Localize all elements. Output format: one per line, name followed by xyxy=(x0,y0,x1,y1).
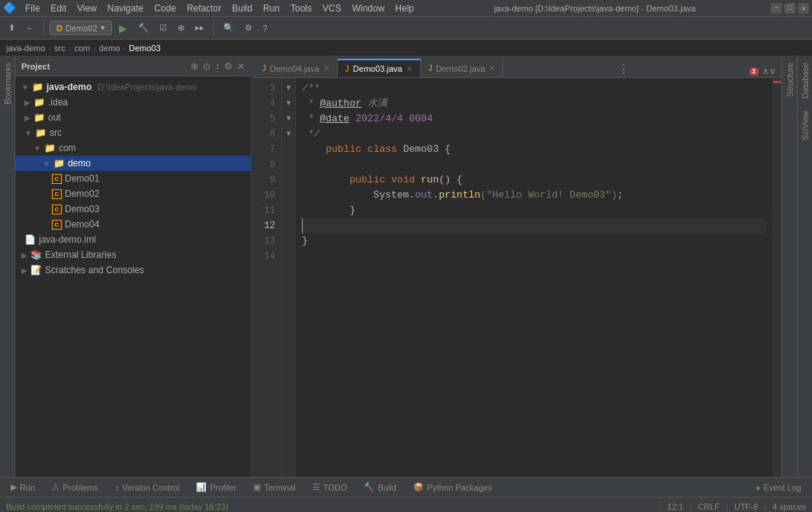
maximize-button[interactable]: □ xyxy=(785,3,795,14)
tabs-more-button[interactable]: ⋮ xyxy=(611,62,636,77)
tree-item-idea[interactable]: ▶ 📁 .idea xyxy=(15,95,251,110)
bottom-tab-build[interactable]: 🔨 Build xyxy=(356,480,403,494)
tree-item-src[interactable]: ▼ 📁 src xyxy=(15,125,251,140)
profile-button[interactable]: ⊕ xyxy=(174,21,188,34)
menu-run[interactable]: Run xyxy=(258,2,284,15)
database-panel-toggle[interactable]: Database xyxy=(799,56,811,105)
main-content: Bookmarks Project ⊕ ⊙ ↕ ⚙ ✕ ▼ 📁 java-dem… xyxy=(0,56,812,477)
tree-item-demo[interactable]: ▼ 📁 demo xyxy=(15,156,251,171)
menu-tools[interactable]: Tools xyxy=(286,2,316,15)
menu-build[interactable]: Build xyxy=(227,2,257,15)
bc-demo[interactable]: demo xyxy=(99,43,120,53)
bottom-tab-problems[interactable]: ⚠ Problems xyxy=(44,480,105,494)
build-button[interactable]: 🔨 xyxy=(134,21,152,34)
menu-vcs[interactable]: VCS xyxy=(318,2,346,15)
ext-libs-icon: 📚 xyxy=(30,250,42,260)
bottom-tab-vcs[interactable]: ↕ Version Control xyxy=(108,481,188,494)
search-everywhere-button[interactable]: 🔍 xyxy=(220,21,238,34)
bc-project[interactable]: java-demo xyxy=(6,43,45,53)
code-editor[interactable]: /** * @author 水满 * @date 2022/4/4 0004 *… xyxy=(296,78,772,477)
close-project-icon[interactable]: ✕ xyxy=(237,61,245,72)
bc-src[interactable]: src xyxy=(54,43,66,53)
fold-marker-9[interactable]: ▼ xyxy=(282,111,295,127)
bc-com[interactable]: com xyxy=(74,43,90,53)
alerts-up-icon[interactable]: ∧ xyxy=(763,66,769,77)
demo01-class-icon: C xyxy=(52,174,62,184)
cursor-position[interactable]: 12:1 xyxy=(667,502,683,511)
add-to-project-icon[interactable]: ⊕ xyxy=(191,61,198,72)
bottom-tab-terminal[interactable]: ▣ Terminal xyxy=(246,480,303,494)
menu-file[interactable]: File xyxy=(21,2,44,15)
coverage-icon: ☑ xyxy=(159,23,167,33)
build-tab-label: Build xyxy=(377,483,396,492)
menu-view[interactable]: View xyxy=(72,2,101,15)
code-annotation-author: @author xyxy=(319,96,361,111)
tab-demo04-icon: J xyxy=(262,64,266,72)
tree-item-demo02[interactable]: C Demo02 xyxy=(15,186,251,201)
structure-panel-toggle[interactable]: Structure xyxy=(784,56,796,103)
bottom-tab-todo[interactable]: ☰ TODO xyxy=(305,480,355,494)
bottom-tab-run[interactable]: ▶ Run xyxy=(3,480,43,494)
settings-button[interactable]: ⚙ xyxy=(241,21,256,34)
scroll-to-source-icon[interactable]: ⊙ xyxy=(203,61,210,72)
search-icon: 🔍 xyxy=(223,23,234,33)
editor-content[interactable]: 3 4 5 6 7 8 9 10 11 12 13 14 ▼ ▼ xyxy=(252,78,782,477)
tab-demo04[interactable]: J Demo04.java ✕ xyxy=(255,59,338,77)
tree-item-java-demo[interactable]: ▼ 📁 java-demo D:\IdeaProjects\java-demo xyxy=(15,79,251,95)
coverage-button[interactable]: ☑ xyxy=(156,21,171,34)
tree-item-com[interactable]: ▼ 📁 com xyxy=(15,140,251,156)
tree-item-demo03[interactable]: C Demo03 xyxy=(15,201,251,217)
tab-demo03-close[interactable]: ✕ xyxy=(406,65,412,73)
vcs-button[interactable]: ⬆ xyxy=(5,21,19,34)
tree-item-out[interactable]: ▶ 📁 out xyxy=(15,110,251,125)
tree-item-scratches[interactable]: ▶ 📝 Scratches and Consoles xyxy=(15,262,251,278)
tab-demo02[interactable]: J Demo02.java ✕ xyxy=(421,59,504,77)
expand-arrow-demo: ▼ xyxy=(43,159,50,168)
help-button[interactable]: ? xyxy=(259,22,271,34)
close-button[interactable]: ✕ xyxy=(798,3,809,14)
vcs-icon: ⬆ xyxy=(8,23,15,33)
menu-help[interactable]: Help xyxy=(390,2,419,15)
more-run-button[interactable]: ▸▸ xyxy=(191,21,208,34)
error-marker[interactable] xyxy=(773,81,781,83)
project-panel-header: Project ⊕ ⊙ ↕ ⚙ ✕ xyxy=(15,56,251,76)
project-folder-icon: 📁 xyxy=(32,82,43,92)
bottom-tab-python[interactable]: 📦 Python Packages xyxy=(406,480,500,494)
menu-navigate[interactable]: Navigate xyxy=(103,2,148,15)
encoding[interactable]: UTF-8 xyxy=(734,502,758,511)
tab-demo02-close[interactable]: ✕ xyxy=(489,64,495,72)
collapse-all-icon[interactable]: ↕ xyxy=(215,61,220,72)
tree-item-demo04[interactable]: C Demo04 xyxy=(15,217,251,232)
menu-edit[interactable]: Edit xyxy=(46,2,71,15)
tree-item-demo01[interactable]: C Demo01 xyxy=(15,171,251,186)
fold-marker-6[interactable]: ▼ xyxy=(282,96,295,111)
bookmarks-panel-toggle[interactable]: Bookmarks xyxy=(2,56,14,111)
menu-window[interactable]: Window xyxy=(348,2,390,15)
code-comment: * xyxy=(302,96,319,111)
window-title: java-demo [D:\IdeaProjects\java-demo] - … xyxy=(420,4,769,13)
tree-item-iml[interactable]: 📄 java-demo.iml xyxy=(15,232,251,247)
navigate-back-button[interactable]: ← xyxy=(22,22,38,34)
code-line-12: ​ xyxy=(302,218,766,233)
event-log-tab[interactable]: ● Event Log xyxy=(748,481,809,494)
tab-demo04-close[interactable]: ✕ xyxy=(323,64,329,72)
project-settings-icon[interactable]: ⚙ xyxy=(224,61,233,72)
fold-marker-3[interactable]: ▼ xyxy=(282,81,295,96)
code-line-3: /** xyxy=(302,81,766,96)
menubar: 🔷 File Edit View Navigate Code Refactor … xyxy=(0,0,812,17)
menu-code[interactable]: Code xyxy=(149,2,181,15)
alerts-down-icon[interactable]: ∨ xyxy=(770,66,775,77)
indent-setting[interactable]: 4 spaces xyxy=(772,502,806,511)
fold-marker-11[interactable]: ▼ xyxy=(282,127,295,142)
run-tab-label: Run xyxy=(20,483,35,492)
run-configuration[interactable]: D Demo02 ▾ xyxy=(50,21,112,35)
bottom-tab-profiler[interactable]: 📊 Profiler xyxy=(188,480,244,494)
scview-panel-toggle[interactable]: SciView xyxy=(799,105,811,147)
run-button[interactable]: ▶ xyxy=(115,21,131,36)
tab-demo03[interactable]: J Demo03.java ✕ xyxy=(338,59,421,77)
minimize-button[interactable]: − xyxy=(771,3,782,14)
line-ending[interactable]: CRLF xyxy=(698,502,720,511)
run-config-dropdown-icon: ▾ xyxy=(101,23,105,33)
tree-item-external-libs[interactable]: ▶ 📚 External Libraries xyxy=(15,247,251,262)
menu-refactor[interactable]: Refactor xyxy=(182,2,226,15)
